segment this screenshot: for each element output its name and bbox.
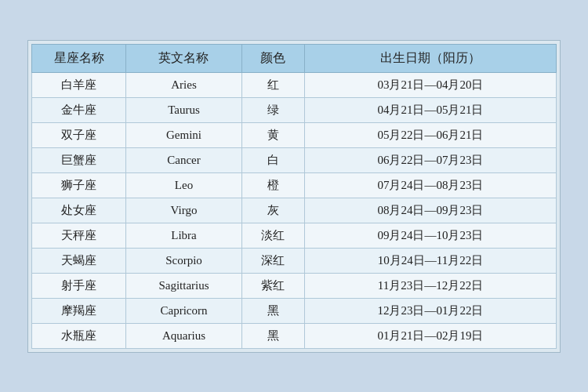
cell-cn: 射手座 bbox=[32, 273, 126, 298]
cell-en: Scorpio bbox=[126, 248, 241, 273]
cell-en: Leo bbox=[126, 172, 241, 198]
cell-date: 03月21日—04月20日 bbox=[304, 72, 556, 97]
cell-color: 紫红 bbox=[241, 273, 304, 298]
cell-cn: 摩羯座 bbox=[32, 298, 126, 323]
header-date: 出生日期（阳历） bbox=[304, 44, 556, 72]
cell-date: 11月23日—12月22日 bbox=[304, 273, 556, 298]
cell-en: Aquarius bbox=[126, 323, 241, 348]
cell-en: Capricorn bbox=[126, 298, 241, 323]
table-row: 巨蟹座Cancer白06月22日—07月23日 bbox=[32, 147, 557, 172]
table-row: 射手座Sagittarius紫红11月23日—12月22日 bbox=[32, 273, 557, 298]
cell-date: 01月21日—02月19日 bbox=[304, 323, 556, 348]
cell-color: 红 bbox=[241, 72, 304, 97]
cell-date: 10月24日—11月22日 bbox=[304, 248, 556, 273]
cell-en: Aries bbox=[126, 72, 241, 97]
cell-cn: 双子座 bbox=[32, 122, 126, 147]
cell-date: 06月22日—07月23日 bbox=[304, 147, 556, 172]
cell-cn: 巨蟹座 bbox=[32, 147, 126, 172]
cell-en: Sagittarius bbox=[126, 273, 241, 298]
table-header-row: 星座名称 英文名称 颜色 出生日期（阳历） bbox=[32, 44, 557, 72]
cell-cn: 天秤座 bbox=[32, 223, 126, 248]
cell-color: 绿 bbox=[241, 97, 304, 122]
cell-cn: 金牛座 bbox=[32, 97, 126, 122]
cell-en: Libra bbox=[126, 223, 241, 248]
cell-date: 04月21日—05月21日 bbox=[304, 97, 556, 122]
cell-cn: 处女座 bbox=[32, 198, 126, 223]
table-row: 天蝎座Scorpio深红10月24日—11月22日 bbox=[32, 248, 557, 273]
cell-color: 橙 bbox=[241, 172, 304, 198]
table-row: 水瓶座Aquarius黑01月21日—02月19日 bbox=[32, 323, 557, 348]
table-row: 金牛座Taurus绿04月21日—05月21日 bbox=[32, 97, 557, 122]
cell-cn: 狮子座 bbox=[32, 172, 126, 198]
cell-en: Gemini bbox=[126, 122, 241, 147]
cell-color: 淡红 bbox=[241, 223, 304, 248]
cell-color: 深红 bbox=[241, 248, 304, 273]
cell-en: Cancer bbox=[126, 147, 241, 172]
cell-en: Taurus bbox=[126, 97, 241, 122]
table-row: 白羊座Aries红03月21日—04月20日 bbox=[32, 72, 557, 97]
cell-color: 黑 bbox=[241, 323, 304, 348]
cell-date: 07月24日—08月23日 bbox=[304, 172, 556, 198]
cell-date: 08月24日—09月23日 bbox=[304, 198, 556, 223]
table-row: 天秤座Libra淡红09月24日—10月23日 bbox=[32, 223, 557, 248]
cell-cn: 天蝎座 bbox=[32, 248, 126, 273]
cell-color: 白 bbox=[241, 147, 304, 172]
cell-date: 09月24日—10月23日 bbox=[304, 223, 556, 248]
cell-color: 黄 bbox=[241, 122, 304, 147]
zodiac-table-container: 星座名称 英文名称 颜色 出生日期（阳历） 白羊座Aries红03月21日—04… bbox=[27, 40, 561, 353]
header-en: 英文名称 bbox=[126, 44, 241, 72]
header-cn: 星座名称 bbox=[32, 44, 126, 72]
cell-cn: 水瓶座 bbox=[32, 323, 126, 348]
cell-cn: 白羊座 bbox=[32, 72, 126, 97]
cell-en: Virgo bbox=[126, 198, 241, 223]
zodiac-table: 星座名称 英文名称 颜色 出生日期（阳历） 白羊座Aries红03月21日—04… bbox=[31, 44, 557, 349]
table-row: 双子座Gemini黄05月22日—06月21日 bbox=[32, 122, 557, 147]
cell-color: 黑 bbox=[241, 298, 304, 323]
table-row: 摩羯座Capricorn黑12月23日—01月22日 bbox=[32, 298, 557, 323]
table-row: 处女座Virgo灰08月24日—09月23日 bbox=[32, 198, 557, 223]
cell-date: 12月23日—01月22日 bbox=[304, 298, 556, 323]
table-body: 白羊座Aries红03月21日—04月20日金牛座Taurus绿04月21日—0… bbox=[32, 72, 557, 348]
cell-date: 05月22日—06月21日 bbox=[304, 122, 556, 147]
table-row: 狮子座Leo橙07月24日—08月23日 bbox=[32, 172, 557, 198]
cell-color: 灰 bbox=[241, 198, 304, 223]
header-color: 颜色 bbox=[241, 44, 304, 72]
